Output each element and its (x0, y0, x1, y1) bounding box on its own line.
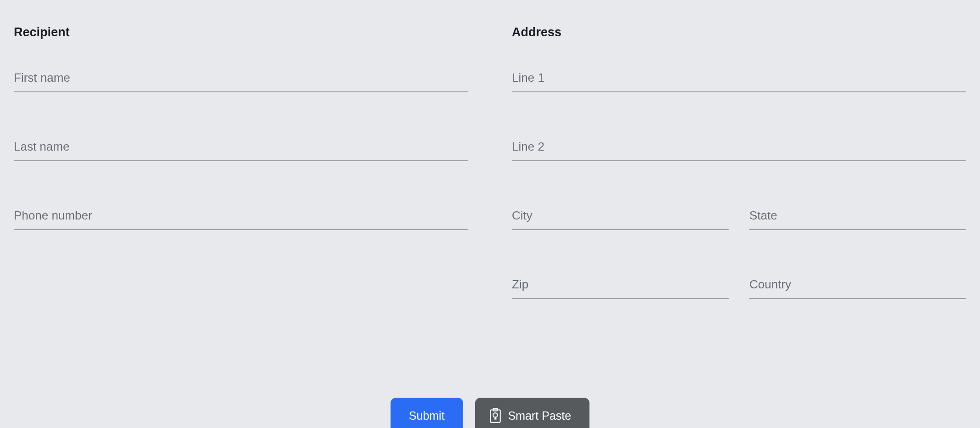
recipient-heading: Recipient (14, 25, 468, 39)
phone-number-input[interactable] (14, 205, 468, 230)
address-line2-input[interactable] (512, 136, 966, 161)
address-line2-field-wrapper (512, 136, 966, 161)
svg-rect-0 (490, 410, 500, 422)
smart-paste-button-label: Smart Paste (508, 409, 572, 422)
city-field-wrapper (512, 205, 729, 230)
svg-point-2 (493, 413, 498, 417)
zip-input[interactable] (512, 274, 729, 299)
form-columns: Recipient Address (14, 25, 966, 343)
state-input[interactable] (749, 205, 966, 230)
zip-country-row (512, 274, 966, 343)
address-heading: Address (512, 25, 966, 39)
city-input[interactable] (512, 205, 729, 230)
form-container: Recipient Address (14, 25, 966, 403)
submit-button[interactable]: Submit (391, 398, 463, 428)
last-name-input[interactable] (14, 136, 468, 161)
smart-paste-button[interactable]: Smart Paste (475, 398, 590, 428)
button-row: Submit Smart Paste (14, 398, 966, 428)
state-field-wrapper (749, 205, 966, 274)
clipboard-lightbulb-icon (489, 408, 502, 423)
last-name-field-wrapper (14, 136, 468, 161)
zip-field-wrapper (512, 274, 729, 299)
city-state-row (512, 205, 966, 274)
phone-field-wrapper (14, 205, 468, 230)
country-field-wrapper (749, 274, 966, 343)
address-line1-field-wrapper (512, 67, 966, 92)
address-column: Address (512, 25, 966, 343)
submit-button-label: Submit (409, 409, 445, 422)
address-line1-input[interactable] (512, 67, 966, 92)
first-name-input[interactable] (14, 67, 468, 92)
first-name-field-wrapper (14, 67, 468, 92)
country-input[interactable] (749, 274, 966, 299)
recipient-column: Recipient (14, 25, 468, 343)
